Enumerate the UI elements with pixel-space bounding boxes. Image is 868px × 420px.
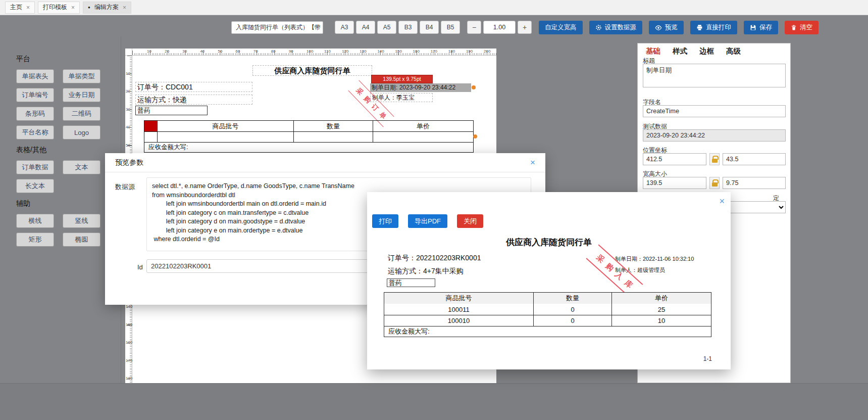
close-preview-button[interactable]: 关闭 [457, 214, 483, 228]
template-title[interactable]: 供应商入库随货同行单 [252, 65, 372, 76]
component-long-text[interactable]: 长文本 [16, 179, 54, 193]
close-icon[interactable]: × [26, 4, 30, 11]
selection-handle[interactable] [472, 85, 476, 89]
close-icon[interactable]: × [71, 4, 75, 11]
id-label: Id [137, 263, 143, 271]
component-ellipse[interactable]: 椭圆 [63, 232, 100, 247]
preview-button[interactable]: 预览 [649, 21, 684, 34]
paper-size-b3[interactable]: B3 [398, 21, 418, 34]
template-creator[interactable]: 制单人：季玉宝 [370, 93, 433, 102]
component-doc-type[interactable]: 单据类型 [63, 69, 100, 83]
template-create-date-selected[interactable]: 制单日期: 2023-09-20 23:44:22 [370, 83, 471, 92]
size-lock-button[interactable] [709, 177, 720, 189]
tab-print-template[interactable]: 打印模板 × [38, 2, 80, 14]
ruler-number: 170 [126, 358, 132, 363]
position-lock-button[interactable] [709, 153, 720, 165]
field-name-input[interactable] [643, 105, 786, 117]
tab-label: 打印模板 [43, 3, 67, 12]
paper-size-b4[interactable]: B4 [420, 21, 439, 34]
component-platform-name[interactable]: 平台名称 [16, 125, 54, 139]
preview-create-date: 制单日期：2022-11-06 10:32:10 [615, 255, 694, 263]
component-biz-date[interactable]: 业务日期 [63, 88, 100, 102]
section-title-platform: 平台 [16, 55, 121, 64]
zoom-input[interactable] [483, 21, 516, 34]
component-vline[interactable]: 竖线 [63, 214, 100, 228]
component-qrcode[interactable]: 二维码 [63, 107, 100, 121]
tab-border[interactable]: 边框 [699, 46, 714, 56]
title-input[interactable]: 制单日期 [643, 64, 786, 87]
custom-size-button[interactable]: 自定义宽高 [539, 21, 583, 34]
tab-home[interactable]: 主页 × [5, 2, 35, 14]
ruler-number: 170 [431, 49, 437, 54]
ruler-number: 150 [395, 49, 402, 54]
tab-advanced[interactable]: 高级 [726, 46, 741, 56]
template-transport[interactable]: 运输方式：快递 [135, 95, 252, 105]
preview-actions: 打印 导出PDF 关闭 [372, 214, 483, 228]
direct-print-button[interactable]: 直接打印 [690, 21, 737, 34]
preview-title: 供应商入库随货同行单 [384, 237, 714, 248]
export-pdf-button[interactable]: 导出PDF [408, 214, 447, 228]
trash-icon [791, 24, 797, 31]
close-icon[interactable]: × [530, 158, 535, 167]
ruler-number: 200 [484, 49, 490, 54]
template-order-no[interactable]: 订单号：CDC001 [135, 82, 252, 92]
save-button[interactable]: 保存 [744, 21, 778, 34]
close-icon[interactable]: × [719, 196, 725, 207]
width-input[interactable] [643, 177, 706, 189]
table-cell [157, 132, 293, 142]
ruler-number: 180 [126, 376, 132, 381]
ruler-number: 40 [126, 125, 130, 129]
template-drug-type[interactable]: 普药 [135, 106, 208, 115]
height-input[interactable] [723, 177, 786, 189]
set-datasource-button[interactable]: 设置数据源 [589, 21, 643, 34]
bottom-strip [0, 383, 868, 420]
table-cell: 100010 [384, 315, 533, 326]
component-hline[interactable]: 横线 [16, 214, 54, 228]
paper-size-group: A3 A4 A5 B3 B4 B5 [335, 21, 460, 34]
paper-size-a4[interactable]: A4 [356, 21, 375, 34]
table-empty-row [144, 131, 473, 142]
component-barcode[interactable]: 条形码 [16, 107, 54, 121]
position-y-input[interactable] [723, 153, 786, 165]
tab-edit-scheme[interactable]: ● 编辑方案 × [83, 2, 131, 14]
template-select[interactable]: 入库随货同行单（列表式）【带 [231, 21, 323, 34]
preview-table-rows: 100011025100010010 [384, 304, 711, 326]
table-row: 100011025 [384, 304, 711, 315]
ruler-number: 160 [126, 340, 132, 345]
clear-button[interactable]: 清空 [785, 21, 819, 34]
paper-size-b5[interactable]: B5 [441, 21, 460, 34]
zoom-out-button[interactable]: − [467, 21, 481, 34]
component-logo[interactable]: Logo [63, 125, 100, 139]
preview-order-no: 订单号：2022102203RK0001 [388, 254, 481, 263]
red-marker-cell [144, 121, 157, 131]
tab-basic[interactable]: 基础 [646, 46, 660, 56]
preview-drug-type: 普药 [387, 278, 435, 287]
template-table[interactable]: 商品批号 数量 单价 应收金额大写: [144, 120, 474, 153]
ruler-number: 30 [126, 107, 130, 112]
component-text[interactable]: 文本 [63, 160, 100, 174]
component-order-data[interactable]: 订单数据 [16, 160, 54, 174]
position-x-input[interactable] [643, 153, 706, 165]
test-data-input[interactable] [643, 129, 786, 142]
ruler-number: 60 [236, 49, 240, 54]
ruler-number: 20 [165, 49, 169, 54]
table-header-row: 商品批号 数量 单价 [144, 121, 473, 131]
size-tooltip: 139.5pt x 9.75pt [371, 75, 433, 83]
preview-transport: 运输方式：4+7集中采购 [388, 267, 464, 276]
paper-size-a3[interactable]: A3 [335, 21, 354, 34]
component-doc-header[interactable]: 单据表头 [16, 69, 54, 83]
paper-size-a5[interactable]: A5 [377, 21, 396, 34]
ruler-number: 20 [126, 89, 130, 94]
component-order-no[interactable]: 订单编号 [16, 88, 54, 102]
tab-label: 主页 [10, 3, 22, 12]
ruler-number: 190 [466, 49, 473, 54]
platform-buttons: 单据表头 单据类型 订单编号 业务日期 条形码 二维码 平台名称 Logo [16, 69, 121, 139]
component-rect[interactable]: 矩形 [16, 232, 54, 247]
size-inputs [643, 177, 786, 189]
button-label: 自定义宽高 [545, 23, 577, 32]
selection-handle[interactable] [473, 134, 477, 138]
tab-style[interactable]: 样式 [673, 46, 687, 56]
close-icon[interactable]: × [123, 4, 126, 11]
print-button[interactable]: 打印 [372, 214, 398, 228]
zoom-in-button[interactable]: + [518, 21, 532, 34]
